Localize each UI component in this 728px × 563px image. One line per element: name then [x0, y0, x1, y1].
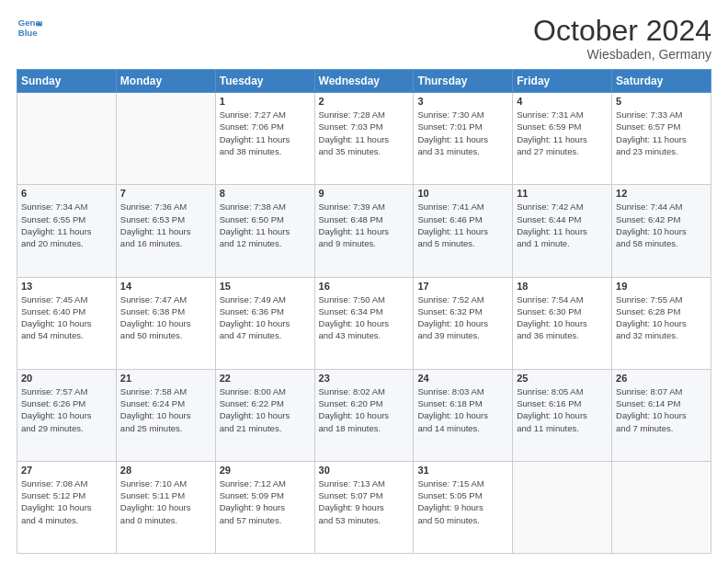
calendar-cell: 24Sunrise: 8:03 AM Sunset: 6:18 PM Dayli…	[414, 369, 513, 461]
col-header-friday: Friday	[513, 70, 612, 93]
calendar-cell: 11Sunrise: 7:42 AM Sunset: 6:44 PM Dayli…	[513, 185, 612, 277]
day-number: 5	[616, 96, 707, 107]
calendar-cell: 19Sunrise: 7:55 AM Sunset: 6:28 PM Dayli…	[612, 277, 711, 369]
day-number: 13	[21, 281, 112, 292]
day-number: 23	[319, 373, 410, 384]
logo: General Blue	[17, 15, 42, 40]
day-number: 1	[220, 96, 311, 107]
day-info: Sunrise: 7:57 AM Sunset: 6:26 PM Dayligh…	[21, 385, 112, 434]
page-header: General Blue October 2024 Wiesbaden, Ger…	[17, 15, 711, 62]
calendar-week-row: 27Sunrise: 7:08 AM Sunset: 5:12 PM Dayli…	[17, 461, 711, 553]
day-info: Sunrise: 7:27 AM Sunset: 7:06 PM Dayligh…	[220, 109, 311, 157]
col-header-sunday: Sunday	[17, 70, 117, 93]
day-number: 27	[21, 465, 112, 476]
day-info: Sunrise: 7:58 AM Sunset: 6:24 PM Dayligh…	[120, 385, 211, 434]
day-number: 3	[417, 96, 508, 107]
day-info: Sunrise: 7:52 AM Sunset: 6:32 PM Dayligh…	[417, 293, 508, 342]
day-number: 24	[417, 373, 508, 384]
day-info: Sunrise: 7:30 AM Sunset: 7:01 PM Dayligh…	[417, 109, 508, 157]
day-info: Sunrise: 7:31 AM Sunset: 6:59 PM Dayligh…	[517, 109, 608, 157]
day-info: Sunrise: 7:33 AM Sunset: 6:57 PM Dayligh…	[616, 109, 707, 157]
day-number: 25	[517, 373, 608, 384]
calendar-cell: 9Sunrise: 7:39 AM Sunset: 6:48 PM Daylig…	[314, 185, 414, 277]
day-number: 6	[21, 188, 112, 199]
calendar-cell: 21Sunrise: 7:58 AM Sunset: 6:24 PM Dayli…	[116, 369, 215, 461]
calendar-cell: 12Sunrise: 7:44 AM Sunset: 6:42 PM Dayli…	[612, 185, 711, 277]
svg-text:Blue: Blue	[18, 28, 38, 38]
title-block: October 2024 Wiesbaden, Germany	[533, 15, 711, 62]
calendar-cell: 10Sunrise: 7:41 AM Sunset: 6:46 PM Dayli…	[414, 185, 513, 277]
day-number: 28	[120, 465, 211, 476]
day-number: 19	[616, 281, 707, 292]
day-info: Sunrise: 7:36 AM Sunset: 6:53 PM Dayligh…	[120, 201, 211, 249]
day-info: Sunrise: 8:00 AM Sunset: 6:22 PM Dayligh…	[220, 385, 311, 434]
day-info: Sunrise: 7:42 AM Sunset: 6:44 PM Dayligh…	[517, 201, 608, 249]
calendar-cell: 13Sunrise: 7:45 AM Sunset: 6:40 PM Dayli…	[17, 277, 117, 369]
day-number: 16	[319, 281, 410, 292]
calendar-cell: 30Sunrise: 7:13 AM Sunset: 5:07 PM Dayli…	[314, 461, 414, 553]
calendar-cell: 1Sunrise: 7:27 AM Sunset: 7:06 PM Daylig…	[215, 93, 314, 185]
day-info: Sunrise: 7:08 AM Sunset: 5:12 PM Dayligh…	[21, 477, 112, 526]
calendar-cell: 4Sunrise: 7:31 AM Sunset: 6:59 PM Daylig…	[513, 93, 612, 185]
day-info: Sunrise: 8:02 AM Sunset: 6:20 PM Dayligh…	[319, 385, 410, 434]
day-number: 12	[616, 188, 707, 199]
calendar-week-row: 20Sunrise: 7:57 AM Sunset: 6:26 PM Dayli…	[17, 369, 711, 461]
day-info: Sunrise: 7:12 AM Sunset: 5:09 PM Dayligh…	[220, 477, 311, 526]
calendar-cell	[513, 461, 612, 553]
day-info: Sunrise: 7:44 AM Sunset: 6:42 PM Dayligh…	[616, 201, 707, 249]
day-info: Sunrise: 7:38 AM Sunset: 6:50 PM Dayligh…	[220, 201, 311, 249]
day-number: 20	[21, 373, 112, 384]
day-info: Sunrise: 7:50 AM Sunset: 6:34 PM Dayligh…	[319, 293, 410, 342]
calendar-cell: 28Sunrise: 7:10 AM Sunset: 5:11 PM Dayli…	[116, 461, 215, 553]
col-header-wednesday: Wednesday	[314, 70, 414, 93]
calendar-cell	[116, 93, 215, 185]
calendar-cell: 16Sunrise: 7:50 AM Sunset: 6:34 PM Dayli…	[314, 277, 414, 369]
day-number: 11	[517, 188, 608, 199]
day-info: Sunrise: 7:47 AM Sunset: 6:38 PM Dayligh…	[120, 293, 211, 342]
logo-icon: General Blue	[17, 15, 42, 40]
day-info: Sunrise: 7:49 AM Sunset: 6:36 PM Dayligh…	[220, 293, 311, 342]
day-number: 22	[220, 373, 311, 384]
calendar-cell: 20Sunrise: 7:57 AM Sunset: 6:26 PM Dayli…	[17, 369, 117, 461]
day-number: 17	[417, 281, 508, 292]
calendar-cell: 5Sunrise: 7:33 AM Sunset: 6:57 PM Daylig…	[612, 93, 711, 185]
calendar-week-row: 13Sunrise: 7:45 AM Sunset: 6:40 PM Dayli…	[17, 277, 711, 369]
location: Wiesbaden, Germany	[533, 47, 711, 62]
month-title: October 2024	[533, 15, 711, 47]
day-info: Sunrise: 8:05 AM Sunset: 6:16 PM Dayligh…	[517, 385, 608, 434]
day-number: 18	[517, 281, 608, 292]
calendar-cell: 15Sunrise: 7:49 AM Sunset: 6:36 PM Dayli…	[215, 277, 314, 369]
day-info: Sunrise: 8:07 AM Sunset: 6:14 PM Dayligh…	[616, 385, 707, 434]
calendar-cell: 7Sunrise: 7:36 AM Sunset: 6:53 PM Daylig…	[116, 185, 215, 277]
day-number: 10	[417, 188, 508, 199]
calendar-cell	[17, 93, 117, 185]
col-header-saturday: Saturday	[612, 70, 711, 93]
day-info: Sunrise: 7:45 AM Sunset: 6:40 PM Dayligh…	[21, 293, 112, 342]
calendar-cell: 3Sunrise: 7:30 AM Sunset: 7:01 PM Daylig…	[414, 93, 513, 185]
col-header-thursday: Thursday	[414, 70, 513, 93]
day-number: 15	[220, 281, 311, 292]
calendar-cell: 17Sunrise: 7:52 AM Sunset: 6:32 PM Dayli…	[414, 277, 513, 369]
calendar-cell: 6Sunrise: 7:34 AM Sunset: 6:55 PM Daylig…	[17, 185, 117, 277]
calendar-week-row: 6Sunrise: 7:34 AM Sunset: 6:55 PM Daylig…	[17, 185, 711, 277]
calendar-cell: 2Sunrise: 7:28 AM Sunset: 7:03 PM Daylig…	[314, 93, 414, 185]
day-number: 31	[417, 465, 508, 476]
calendar-cell: 27Sunrise: 7:08 AM Sunset: 5:12 PM Dayli…	[17, 461, 117, 553]
day-number: 7	[120, 188, 211, 199]
day-number: 26	[616, 373, 707, 384]
calendar-cell: 22Sunrise: 8:00 AM Sunset: 6:22 PM Dayli…	[215, 369, 314, 461]
day-info: Sunrise: 7:54 AM Sunset: 6:30 PM Dayligh…	[517, 293, 608, 342]
day-info: Sunrise: 7:34 AM Sunset: 6:55 PM Dayligh…	[21, 201, 112, 249]
calendar-cell: 25Sunrise: 8:05 AM Sunset: 6:16 PM Dayli…	[513, 369, 612, 461]
day-number: 29	[220, 465, 311, 476]
calendar-cell: 26Sunrise: 8:07 AM Sunset: 6:14 PM Dayli…	[612, 369, 711, 461]
day-number: 2	[319, 96, 410, 107]
day-info: Sunrise: 7:28 AM Sunset: 7:03 PM Dayligh…	[319, 109, 410, 157]
day-info: Sunrise: 7:15 AM Sunset: 5:05 PM Dayligh…	[417, 477, 508, 526]
day-number: 14	[120, 281, 211, 292]
day-number: 8	[220, 188, 311, 199]
day-info: Sunrise: 7:10 AM Sunset: 5:11 PM Dayligh…	[120, 477, 211, 526]
day-number: 21	[120, 373, 211, 384]
calendar-header-row: SundayMondayTuesdayWednesdayThursdayFrid…	[17, 70, 711, 93]
day-info: Sunrise: 7:13 AM Sunset: 5:07 PM Dayligh…	[319, 477, 410, 526]
